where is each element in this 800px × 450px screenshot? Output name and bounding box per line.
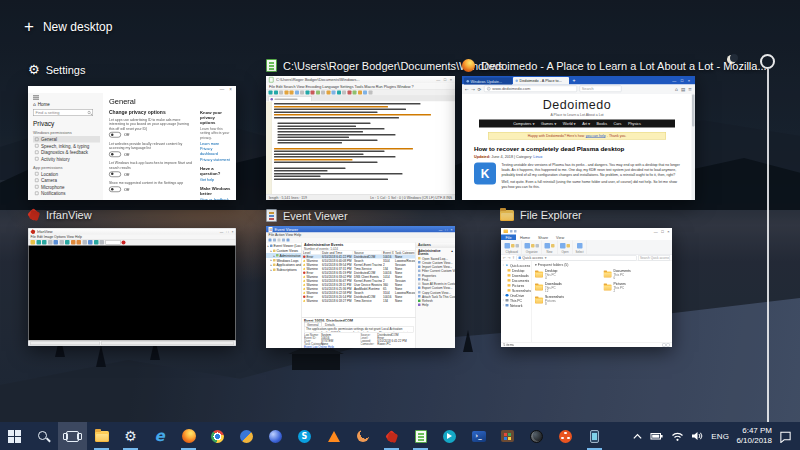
event-row[interactable]: Warning6/10/2018 6:30:47 PMKernel-Event … xyxy=(302,279,416,283)
aside-link[interactable]: Get help xyxy=(200,177,231,182)
toggle-switch[interactable]: Off xyxy=(109,132,193,138)
toolbar-button-icon[interactable] xyxy=(279,90,283,94)
aside-link[interactable]: Learn more xyxy=(200,141,231,146)
zoom-input[interactable] xyxy=(105,240,120,245)
toolbar-button-icon[interactable] xyxy=(59,240,64,245)
taskbar-clock[interactable]: 6:47 PM 6/10/2018 xyxy=(736,426,772,446)
toolbar-button-icon[interactable] xyxy=(326,90,330,94)
aside-link[interactable]: Privacy dashboard xyxy=(200,147,231,156)
taskbar-skype-button[interactable]: S xyxy=(290,422,319,450)
settings-window-thumbnail[interactable]: — × ⌂ Home Find a setting Privacy Window… xyxy=(28,86,236,200)
taskbar-dark-circle-app-button[interactable] xyxy=(522,422,551,450)
notepad-window-thumbnail[interactable]: C:\Users\Roger Bodger\Documents\Windows.… xyxy=(266,76,455,200)
frequent-folder-tile[interactable]: ScreenshotsPictures8 xyxy=(535,295,601,306)
ribbon-button-icon[interactable] xyxy=(577,243,583,249)
event-viewer-window-thumbnail[interactable]: Event Viewer — □ × File Action View Help… xyxy=(266,226,455,348)
aside-link[interactable]: Privacy statement xyxy=(200,157,231,162)
ribbon-button-icon[interactable] xyxy=(551,244,555,248)
taskbar-phone-app-button[interactable] xyxy=(580,422,609,450)
toolbar-button-icon[interactable] xyxy=(295,90,299,94)
toolbar-button-icon[interactable] xyxy=(368,90,372,94)
toolbar-button-icon[interactable] xyxy=(282,238,285,241)
new-desktop-button[interactable]: + New desktop xyxy=(24,20,112,34)
event-row[interactable]: Warning6/10/2018 6:28:11 PMUser Device R… xyxy=(302,283,416,287)
ribbon-button-icon[interactable] xyxy=(525,243,531,249)
taskbar-task-view-button[interactable] xyxy=(58,422,87,450)
toolbar-button-icon[interactable] xyxy=(88,240,93,245)
input-language-indicator[interactable]: ENG xyxy=(711,432,729,441)
frequent-folder-tile[interactable]: DesktopThis PC4 xyxy=(535,269,601,280)
taskbar-settings-button[interactable]: ⚙ xyxy=(116,422,145,450)
ribbon-button-icon[interactable] xyxy=(536,244,540,248)
toggle-switch[interactable]: Off xyxy=(109,152,193,158)
taskbar-firefox-button[interactable] xyxy=(174,422,203,450)
taskbar-powershell-button[interactable]: ›_ xyxy=(464,422,493,450)
action-item[interactable]: Filter Current Custom View... xyxy=(416,269,455,273)
toolbar-button-icon[interactable] xyxy=(342,90,346,94)
thumbnail-label-event-viewer[interactable]: Event Viewer xyxy=(266,209,348,222)
toolbar-button-icon[interactable] xyxy=(284,90,288,94)
ribbon-button-icon[interactable] xyxy=(567,244,571,248)
toolbar-button-icon[interactable] xyxy=(316,90,320,94)
toolbar-button-icon[interactable] xyxy=(94,240,99,245)
toolbar-button-icon[interactable] xyxy=(269,238,272,241)
action-item[interactable]: Copy Custom View... xyxy=(416,290,455,294)
ribbon-button-icon[interactable] xyxy=(511,244,515,248)
toolbar-button-icon[interactable] xyxy=(269,90,273,94)
battery-icon[interactable] xyxy=(650,430,664,442)
taskbar-chrome-button[interactable] xyxy=(203,422,232,450)
event-row[interactable]: Warning6/10/2018 6:40:08 PMSearch3104Log… xyxy=(302,259,416,263)
site-nav-item[interactable]: Cars xyxy=(614,121,622,126)
event-row[interactable]: Warning6/10/2018 6:39:54 PMKernel-Event … xyxy=(302,263,416,267)
toolbar-button-icon[interactable] xyxy=(321,90,325,94)
toolbar-button-icon[interactable] xyxy=(305,90,309,94)
toolbar-button-icon[interactable] xyxy=(31,240,36,245)
thumbnail-label-settings[interactable]: ⚙ Settings xyxy=(28,62,85,77)
event-row[interactable]: Error6/10/2018 6:41:22 PMDistributedCOM1… xyxy=(302,255,416,259)
taskbar-edge-button[interactable]: e xyxy=(145,422,174,450)
site-nav-item[interactable]: Books xyxy=(597,121,607,126)
wifi-icon[interactable] xyxy=(671,430,684,442)
site-nav-item[interactable]: Physics xyxy=(628,121,641,126)
site-nav-item[interactable]: Games▼ xyxy=(541,121,556,126)
nav-pane-item[interactable]: ›Network xyxy=(501,303,532,308)
taskbar-teal-circle-app-button[interactable] xyxy=(435,422,464,450)
frequent-folder-tile[interactable]: PicturesThis PC2 xyxy=(604,282,670,293)
thumbnail-label-firefox[interactable]: Dedoimedo - A Place to Learn a Lot About… xyxy=(462,59,767,72)
toolbar-button-icon[interactable] xyxy=(363,90,367,94)
event-row[interactable]: Warning6/10/2018 6:25:36 PMAppModel-Runt… xyxy=(302,287,416,291)
ribbon-button-icon[interactable] xyxy=(545,243,551,249)
taskbar-file-explorer-button[interactable] xyxy=(87,422,116,450)
toolbar-button-icon[interactable] xyxy=(300,90,304,94)
taskbar-media-player-button[interactable] xyxy=(232,422,261,450)
toolbar-button-icon[interactable] xyxy=(353,90,357,94)
volume-icon[interactable] xyxy=(691,430,704,442)
event-row[interactable]: Warning6/10/2018 6:18:27 PMTime-Service1… xyxy=(302,299,416,303)
tray-expand-chevron-icon[interactable] xyxy=(632,431,643,442)
event-row[interactable]: Error6/10/2018 6:20:14 PMDistributedCOM1… xyxy=(302,295,416,299)
action-center-icon[interactable] xyxy=(779,430,792,443)
ribbon-button-icon[interactable] xyxy=(560,243,566,249)
action-item[interactable]: Import Custom View... xyxy=(416,265,455,269)
action-item[interactable]: Save All Events in Custom View As... xyxy=(416,282,455,286)
thumbnail-label-file-explorer[interactable]: File Explorer xyxy=(500,209,582,221)
ribbon-button-icon[interactable] xyxy=(505,243,511,249)
toolbar-button-icon[interactable] xyxy=(100,240,105,245)
toolbar-button-icon[interactable] xyxy=(36,240,41,245)
action-item[interactable]: Export Custom View... xyxy=(416,286,455,290)
action-item[interactable]: Create Custom View... xyxy=(416,260,455,264)
firefox-window-thumbnail[interactable]: Windows Update... Dedoimedo - A Place to… xyxy=(462,76,695,200)
toolbar-button-icon[interactable] xyxy=(278,238,281,241)
toolbar-button-icon[interactable] xyxy=(48,240,53,245)
taskbar-ubuntu-button[interactable] xyxy=(551,422,580,450)
toolbar-button-icon[interactable] xyxy=(65,240,70,245)
toolbar-button-icon[interactable] xyxy=(337,90,341,94)
toolbar-button-icon[interactable] xyxy=(71,240,76,245)
taskbar-vlc-button[interactable] xyxy=(319,422,348,450)
taskbar-search-button[interactable] xyxy=(29,422,58,450)
taskbar-blue-swoosh-app-button[interactable] xyxy=(261,422,290,450)
taskbar-microsoft-store-button[interactable] xyxy=(493,422,522,450)
toolbar-button-icon[interactable] xyxy=(358,90,362,94)
event-row[interactable]: Warning6/10/2018 6:33:02 PMDNS Client Ev… xyxy=(302,275,416,279)
settings-nav-item[interactable]: Notifications xyxy=(33,190,100,197)
